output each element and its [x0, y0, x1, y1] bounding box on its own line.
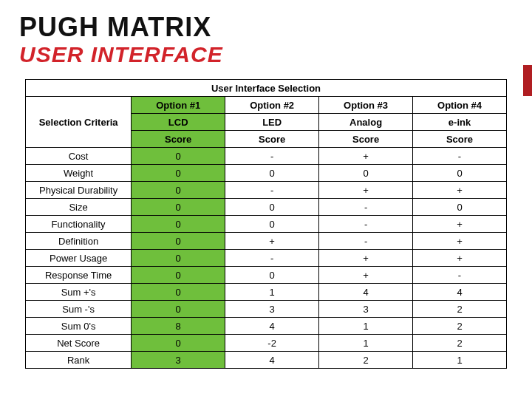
option-header-row: Selection Criteria Option #1 Option #2 O…	[26, 97, 507, 114]
score-cell: -	[319, 233, 413, 250]
score-cell: 0	[413, 199, 507, 216]
score-cell: 0	[132, 335, 225, 352]
score-cell: 0	[132, 250, 225, 267]
score-cell: 0	[132, 182, 225, 199]
score-cell: -	[413, 267, 507, 284]
title-main: PUGH MATRIX	[19, 13, 513, 41]
matrix-body: Cost0-+-Weight0000Physical Durability0-+…	[26, 148, 507, 369]
table-row: Cost0-+-	[26, 148, 507, 165]
table-row: Rank3421	[26, 352, 507, 369]
score-label-4: Score	[413, 131, 507, 148]
score-cell: 0	[132, 284, 225, 301]
option-name-2: LED	[225, 114, 319, 131]
score-cell: +	[319, 182, 413, 199]
criteria-header: Selection Criteria	[26, 97, 132, 148]
score-cell: 0	[413, 165, 507, 182]
score-cell: +	[319, 267, 413, 284]
score-cell: -	[225, 148, 319, 165]
score-cell: 0	[132, 216, 225, 233]
score-cell: 1	[413, 352, 507, 369]
score-cell: +	[319, 148, 413, 165]
score-cell: 2	[413, 318, 507, 335]
score-cell: 8	[132, 318, 225, 335]
score-cell: +	[413, 250, 507, 267]
score-cell: -	[225, 182, 319, 199]
score-cell: 1	[319, 318, 413, 335]
table-row: Sum +'s0144	[26, 284, 507, 301]
score-cell: -	[225, 250, 319, 267]
slide: PUGH MATRIX USER INTERFACE User Interfac…	[0, 0, 532, 399]
criteria-label-cell: Weight	[26, 165, 132, 182]
score-cell: 3	[319, 301, 413, 318]
score-cell: 0	[132, 199, 225, 216]
table-row: Definition0+-+	[26, 233, 507, 250]
table-caption: User Interface Selection	[26, 80, 507, 97]
score-label-3: Score	[319, 131, 413, 148]
table-row: Physical Durability0-++	[26, 182, 507, 199]
table-row: Power Usage0-++	[26, 250, 507, 267]
score-cell: 2	[413, 335, 507, 352]
criteria-label-cell: Physical Durability	[26, 182, 132, 199]
criteria-label-cell: Response Time	[26, 267, 132, 284]
criteria-label-cell: Power Usage	[26, 250, 132, 267]
score-cell: 1	[225, 284, 319, 301]
table-row: Response Time00+-	[26, 267, 507, 284]
table-row: Sum -'s0332	[26, 301, 507, 318]
score-cell: 0	[132, 148, 225, 165]
score-cell: 0	[225, 216, 319, 233]
score-cell: +	[225, 233, 319, 250]
pugh-matrix-table: User Interface Selection Selection Crite…	[25, 79, 507, 369]
score-cell: +	[413, 233, 507, 250]
table-row: Functionality00-+	[26, 216, 507, 233]
criteria-label-cell: Sum 0's	[26, 318, 132, 335]
score-cell: 4	[225, 352, 319, 369]
table-row: Net Score0-212	[26, 335, 507, 352]
criteria-label-cell: Functionality	[26, 216, 132, 233]
score-cell: 0	[225, 199, 319, 216]
table-row: Weight0000	[26, 165, 507, 182]
score-cell: 4	[319, 284, 413, 301]
criteria-label-cell: Sum -'s	[26, 301, 132, 318]
criteria-label-cell: Rank	[26, 352, 132, 369]
score-cell: 0	[132, 267, 225, 284]
score-label-1: Score	[132, 131, 225, 148]
score-cell: 2	[413, 301, 507, 318]
score-cell: 0	[132, 233, 225, 250]
pugh-matrix-table-wrap: User Interface Selection Selection Crite…	[25, 79, 507, 369]
score-cell: 0	[132, 301, 225, 318]
criteria-label-cell: Sum +'s	[26, 284, 132, 301]
score-cell: 0	[225, 267, 319, 284]
option-header-1: Option #1	[132, 97, 225, 114]
score-cell: 0	[132, 165, 225, 182]
table-row: Size00-0	[26, 199, 507, 216]
score-cell: 2	[319, 352, 413, 369]
score-cell: +	[413, 182, 507, 199]
option-name-1: LCD	[132, 114, 225, 131]
option-header-3: Option #3	[319, 97, 413, 114]
table-row: Sum 0's8412	[26, 318, 507, 335]
score-cell: +	[319, 250, 413, 267]
score-cell: -	[319, 199, 413, 216]
score-label-2: Score	[225, 131, 319, 148]
criteria-label-cell: Definition	[26, 233, 132, 250]
criteria-label-cell: Net Score	[26, 335, 132, 352]
score-cell: 4	[225, 318, 319, 335]
score-cell: -	[319, 216, 413, 233]
score-cell: 4	[413, 284, 507, 301]
accent-bar	[523, 65, 532, 96]
option-name-4: e-ink	[413, 114, 507, 131]
score-cell: -	[413, 148, 507, 165]
score-cell: -2	[225, 335, 319, 352]
caption-row: User Interface Selection	[26, 80, 507, 97]
title-sub: USER INTERFACE	[19, 43, 513, 66]
score-cell: 0	[225, 165, 319, 182]
criteria-label-cell: Size	[26, 199, 132, 216]
option-name-3: Analog	[319, 114, 413, 131]
score-cell: 3	[132, 352, 225, 369]
score-cell: 1	[319, 335, 413, 352]
score-cell: 0	[319, 165, 413, 182]
score-cell: +	[413, 216, 507, 233]
option-header-4: Option #4	[413, 97, 507, 114]
option-header-2: Option #2	[225, 97, 319, 114]
criteria-label-cell: Cost	[26, 148, 132, 165]
